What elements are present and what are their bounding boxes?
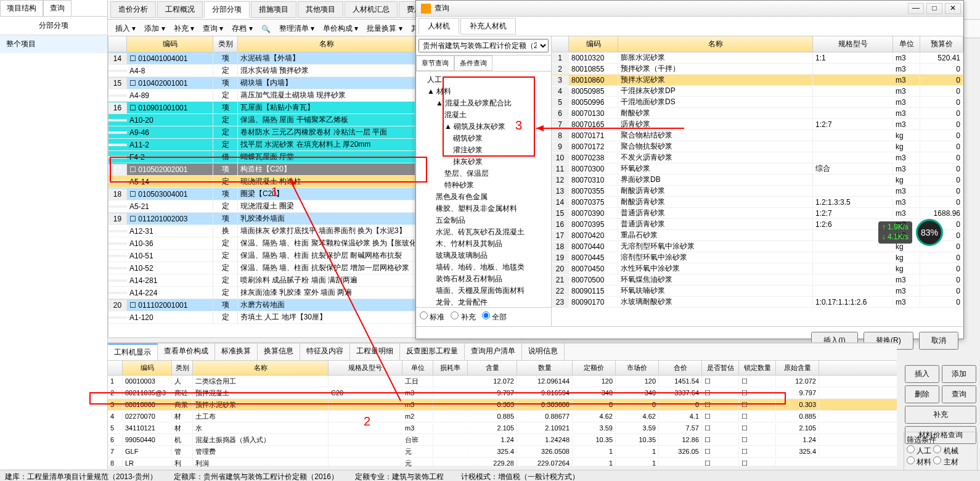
radio-all[interactable]: 全部 xyxy=(482,311,507,323)
tree-node[interactable]: 垫层、保温层 xyxy=(419,168,549,179)
tree-node[interactable]: 水泥、砖瓦灰砂石及混凝土 xyxy=(419,226,549,238)
radio-std[interactable]: 标准 xyxy=(420,311,444,323)
subtab-chapter[interactable]: 章节查询 xyxy=(416,56,454,71)
tree-node[interactable]: 抹灰砂浆 xyxy=(419,156,549,168)
toolbar-item-3[interactable]: 查询 ▾ xyxy=(200,22,226,35)
top-tab-5[interactable]: 人材机汇总 xyxy=(345,1,398,18)
btm-col-14[interactable]: 原始含量 xyxy=(776,361,819,375)
grid-row[interactable]: A5-21定现浇混凝土 圈梁 xyxy=(108,200,415,213)
btm-tab-6[interactable]: 反查图形工程量 xyxy=(400,343,465,360)
btm-tab-7[interactable]: 查询用户清单 xyxy=(465,343,522,360)
material-row[interactable]: 380010860预拌水泥砂浆m30 xyxy=(552,75,963,86)
btm-col-12[interactable]: 是否暂估 xyxy=(702,361,739,375)
btm-col-2[interactable]: 类别 xyxy=(172,361,193,375)
tree-node[interactable]: 特种砂浆 xyxy=(419,179,549,191)
grid-row[interactable]: 18☐ 010503004001项圈梁【C20】 xyxy=(108,188,415,200)
material-row[interactable]: 280010855预拌砂浆（干拌）m30 xyxy=(552,64,963,75)
toolbar-item-7[interactable]: 单价构成 ▾ xyxy=(321,22,361,35)
right-btn-3[interactable]: 查询 xyxy=(942,385,976,403)
norm-select[interactable]: 贵州省建筑与装饰工程计价定额（201 xyxy=(419,39,549,52)
toolbar-item-0[interactable]: 插入 ▾ xyxy=(113,22,138,35)
right-btn-2[interactable]: 删除 xyxy=(905,385,939,403)
grid-row[interactable]: F4-2借蝴蝶瓦屋面 厅堂 xyxy=(108,151,415,163)
material-row[interactable]: 1980070445溶剂型环氧中涂砂浆kg0 xyxy=(552,252,963,263)
filter-main[interactable]: 主材 xyxy=(933,458,958,466)
btm-row[interactable]: 7GLF管管理费元325.4326.050811326.05☐☐325.4 xyxy=(108,446,897,458)
grid-row[interactable]: 14☐ 010401004001项水泥砖墙【外墙】 xyxy=(108,52,415,65)
col-type[interactable]: 类别 xyxy=(213,36,238,52)
btm-col-5[interactable]: 单位 xyxy=(402,361,433,375)
close-button[interactable]: ✕ xyxy=(945,3,961,14)
grid-row[interactable]: A14-281定喷刷涂料 成品腻子粉 墙面 满刮两遍 xyxy=(108,274,415,287)
btm-tab-8[interactable]: 说明信息 xyxy=(522,343,565,360)
btm-col-6[interactable]: 损耗率 xyxy=(433,361,468,375)
dcol-unit[interactable]: 单位 xyxy=(893,36,920,52)
grid-row[interactable]: A12-31换墙面抹灰 砂浆打底找平 墙面界面剂 换为【水泥3】 xyxy=(108,225,415,237)
col-code[interactable]: 编码 xyxy=(127,36,213,52)
top-tab-1[interactable]: 工程概况 xyxy=(157,1,203,18)
material-row[interactable]: 1380070355耐酸沥青砂浆m30 xyxy=(552,186,963,197)
toolbar-item-2[interactable]: 补充 ▾ xyxy=(171,22,197,35)
btm-tab-2[interactable]: 标准换算 xyxy=(215,343,258,360)
tree-node[interactable]: 龙骨、龙骨配件 xyxy=(419,297,549,307)
grid-row[interactable]: A10-36定保温、隔热 墙、柱面 聚苯颗粒保温砂浆 换为【胀玻化微珠保温浆料】 xyxy=(108,237,415,250)
tree-node[interactable]: 人工 xyxy=(419,74,549,86)
material-row[interactable]: 580050996干混地面砂浆DSm30 xyxy=(552,97,963,108)
tree-node[interactable]: ▲ 材料 xyxy=(419,86,549,97)
material-row[interactable]: 1280070310界面砂浆DBkg0 xyxy=(552,175,963,186)
dcol-spec[interactable]: 规格型号 xyxy=(813,36,893,52)
toolbar-item-4[interactable]: 存档 ▾ xyxy=(229,22,255,35)
btm-col-11[interactable]: 合价 xyxy=(659,361,702,375)
btm-tab-5[interactable]: 工程量明细 xyxy=(350,343,400,360)
tree-node[interactable]: 装饰石材及石材制品 xyxy=(419,273,549,285)
material-row[interactable]: 1080070238不发火沥青砂浆m30 xyxy=(552,152,963,163)
tree-node[interactable]: 玻璃及玻璃制品 xyxy=(419,250,549,261)
btm-row[interactable]: 8LR利利润元229.28229.0726411☐☐ xyxy=(108,458,897,469)
subtab-condition[interactable]: 条件查询 xyxy=(454,56,492,71)
btm-col-10[interactable]: 市场价 xyxy=(616,361,659,375)
grid-row[interactable]: 17☐ 010502002001项构造柱【C20】 xyxy=(108,163,415,176)
btm-row[interactable]: 280211035@3商砼预拌混凝土C20m39.7979.8165943403… xyxy=(108,387,897,399)
grid-row[interactable]: A9-46定卷材防水 三元乙丙橡胶卷材 冷粘法一层 平面 xyxy=(108,126,415,139)
main-grid-body[interactable]: 14☐ 010401004001项水泥砖墙【外墙】 A4-8定混水实砖墙 预拌砂… xyxy=(108,52,415,324)
material-row[interactable]: 1580070390普通沥青砂浆1:2:7m31688.96 xyxy=(552,208,963,219)
btm-tab-0[interactable]: 工料机显示 xyxy=(108,343,158,360)
material-row[interactable]: 2180070500环氧煤焦油砂浆m30 xyxy=(552,274,963,286)
material-row[interactable]: 1180070300环氧砂浆综合m30 xyxy=(552,163,963,175)
grid-row[interactable]: A10-52定保温、隔热 墙、柱面 抗裂保护层 增加一层网格砂浆 xyxy=(108,262,415,274)
dcol-name[interactable]: 名称 xyxy=(618,36,813,52)
left-item-project[interactable]: 整个项目 xyxy=(0,35,107,53)
material-row[interactable]: 2380090170水玻璃耐酸砂浆1:0.17:1.1:1:2.6m30 xyxy=(552,297,963,308)
btm-col-8[interactable]: 数量 xyxy=(517,361,573,375)
material-row[interactable]: 980070172聚合物抗裂砂浆kg0 xyxy=(552,141,963,152)
material-row[interactable]: 680070130耐酸砂浆m30 xyxy=(552,108,963,119)
btm-tab-4[interactable]: 特征及内容 xyxy=(300,343,350,360)
btm-col-4[interactable]: 规格及型号 xyxy=(329,361,402,375)
btm-col-1[interactable]: 编码 xyxy=(123,361,172,375)
btm-tab-1[interactable]: 查看单价构成 xyxy=(158,343,215,360)
dcol-code[interactable]: 编码 xyxy=(569,36,618,52)
tree-node[interactable]: 混凝土 xyxy=(419,109,549,121)
grid-row[interactable]: A14-224定抹灰面油漆 乳胶漆 室外 墙面 两遍 xyxy=(108,287,415,299)
filter-labor[interactable]: 人工 xyxy=(907,446,931,455)
dlg-grid-body[interactable]: 180010320膨胀水泥砂浆1:1m3520.41280010855预拌砂浆（… xyxy=(552,52,963,326)
btm-row[interactable]: 380010860商浆预拌水泥砂浆m30.3030.303606000☐☐0.3… xyxy=(108,399,897,411)
grid-row[interactable]: A5-14定现浇混凝土 构造柱 xyxy=(108,176,415,188)
radio-supp[interactable]: 补充 xyxy=(451,311,475,323)
bottom-grid-body[interactable]: 100010003人二类综合用工工日12.07212.0961441201201… xyxy=(108,376,897,469)
tree-node[interactable]: ▲ 混凝土及砂浆配合比 xyxy=(419,97,549,109)
btm-col-0[interactable] xyxy=(108,361,123,375)
right-btn-0[interactable]: 插入 xyxy=(905,365,939,383)
dialog-titlebar[interactable]: 查询 — □ ✕ xyxy=(416,1,963,17)
top-tab-4[interactable]: 其他项目 xyxy=(298,1,343,18)
btm-row[interactable]: 402270070材土工布m20.8850.886774.624.624.1☐☐… xyxy=(108,411,897,422)
maximize-button[interactable]: □ xyxy=(926,3,942,14)
grid-row[interactable]: 16☐ 010901001001项瓦屋面【粘贴小青瓦】 xyxy=(108,102,415,114)
btm-tab-3[interactable]: 换算信息 xyxy=(258,343,300,360)
tree-node[interactable]: 墙面、天棚及屋面饰面材料 xyxy=(419,285,549,297)
filter-material[interactable]: 材料 xyxy=(907,458,931,466)
top-tab-3[interactable]: 措施项目 xyxy=(251,1,296,18)
toolbar-item-6[interactable]: 整理清单 ▾ xyxy=(277,22,317,35)
top-tab-0[interactable]: 造价分析 xyxy=(110,1,156,18)
tree-node[interactable]: 墙砖、地砖、地板、地毯类 xyxy=(419,261,549,273)
